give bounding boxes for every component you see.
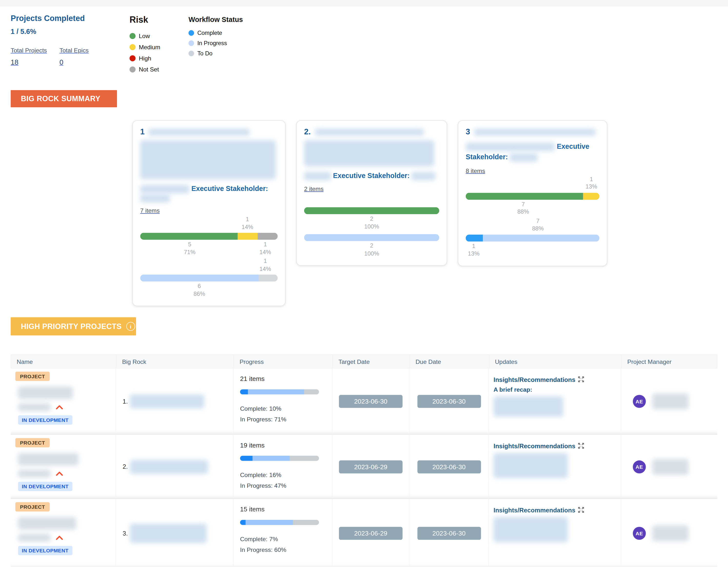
risk-bar-labels-above: 114% xyxy=(140,215,278,231)
risk-bar xyxy=(304,207,439,214)
workflow-bar-labels-below: 2100% xyxy=(304,242,439,258)
avatar: AE xyxy=(633,460,646,473)
workflow-bar xyxy=(304,234,439,241)
workflow-bar xyxy=(140,274,278,282)
complete-percent: Complete: 7% xyxy=(240,536,332,543)
redacted-title xyxy=(315,128,424,136)
redacted-manager-name xyxy=(652,459,689,475)
priority-up-icon xyxy=(56,405,63,410)
table-row: PROJECT IN DEVELOPMENT 3. 15 items Compl… xyxy=(11,499,717,567)
items-link[interactable]: 7 items xyxy=(140,207,160,214)
inprogress-dot-icon xyxy=(188,40,194,46)
due-date[interactable]: 2023-06-30 xyxy=(417,527,481,540)
big-rock-ref-number: 3. xyxy=(123,530,128,537)
project-type-badge: PROJECT xyxy=(15,372,50,381)
risk-bar-labels-below: 571%114% xyxy=(140,241,278,256)
workflow-bar-labels-below: 113% xyxy=(466,242,600,258)
updates-title: Insights/Recommendations xyxy=(494,443,575,450)
status-badge: IN DEVELOPMENT xyxy=(18,546,72,555)
redacted-text xyxy=(304,172,331,180)
workflow-bar-labels-above: 114% xyxy=(140,257,278,273)
info-icon[interactable]: i xyxy=(126,322,135,331)
table-header: Name Big Rock Progress Target Date Due D… xyxy=(11,355,717,369)
complete-dot-icon xyxy=(188,30,194,36)
project-type-badge: PROJECT xyxy=(15,502,50,511)
expand-icon[interactable] xyxy=(577,442,585,450)
target-date[interactable]: 2023-06-29 xyxy=(339,460,403,473)
redacted-big-rock-title xyxy=(130,524,207,543)
big-rock-1-number: 1 xyxy=(140,127,145,136)
redacted-manager-name xyxy=(652,394,689,410)
big-rock-card-1: 1 Executive Stakeholder: 7 items 114% 57… xyxy=(132,120,286,306)
legend-item-complete: Complete xyxy=(188,30,243,36)
total-projects-count[interactable]: 18 xyxy=(11,58,19,66)
risk-legend: Risk Low Medium High Not Set xyxy=(129,15,160,73)
legend-item-high: High xyxy=(129,55,160,62)
target-date[interactable]: 2023-06-29 xyxy=(339,527,403,540)
due-date[interactable]: 2023-06-30 xyxy=(417,395,481,408)
redacted-manager-name xyxy=(652,526,689,541)
items-link[interactable]: 2 items xyxy=(304,185,324,193)
due-date[interactable]: 2023-06-30 xyxy=(417,460,481,473)
total-epics-count[interactable]: 0 xyxy=(59,58,63,66)
redacted-description xyxy=(304,140,434,166)
updates-subtitle: A brief recap: xyxy=(494,386,621,393)
redacted-name xyxy=(412,172,436,180)
expand-icon[interactable] xyxy=(577,375,585,383)
priority-up-icon xyxy=(56,471,63,476)
big-rock-card-2: 2. Executive Stakeholder: 2 items 2100% … xyxy=(296,120,447,266)
legend-item-notset: Not Set xyxy=(129,66,160,73)
risk-bar xyxy=(140,233,278,240)
updates-title: Insights/Recommendations xyxy=(494,507,575,514)
stakeholder-label: Executive Stakeholder: xyxy=(333,171,409,179)
redacted-text xyxy=(466,143,555,151)
workflow-bar-labels-below: 686% xyxy=(140,282,278,298)
redacted-big-rock-title xyxy=(130,460,208,474)
workflow-legend-title: Workflow Status xyxy=(188,15,243,23)
target-date[interactable]: 2023-06-30 xyxy=(339,395,403,408)
in-progress-percent: In Progress: 47% xyxy=(240,482,332,489)
total-projects-stat: Total Projects 18 xyxy=(11,47,47,66)
total-epics-link[interactable]: Total Epics xyxy=(59,47,89,54)
avatar: AE xyxy=(633,527,646,540)
medium-risk-dot-icon xyxy=(129,44,136,50)
redacted-issue-key xyxy=(18,534,50,542)
redacted-issue-key xyxy=(18,470,50,478)
avatar: AE xyxy=(633,395,646,408)
risk-bar-labels-below: 788% xyxy=(466,200,600,216)
low-risk-dot-icon xyxy=(129,33,136,39)
big-rock-card-3: 3 Executive Stakeholder: 8 items 113% 78… xyxy=(458,120,607,266)
expand-icon[interactable] xyxy=(577,506,585,514)
high-priority-projects-table: Name Big Rock Progress Target Date Due D… xyxy=(11,355,717,567)
items-count: 19 items xyxy=(240,441,332,449)
risk-bar xyxy=(466,193,600,200)
workflow-bar-labels-above: 788% xyxy=(466,217,600,233)
high-priority-projects-label: HIGH PRIORITY PROJECTS xyxy=(21,322,122,331)
status-badge: IN DEVELOPMENT xyxy=(18,415,72,425)
status-badge: IN DEVELOPMENT xyxy=(18,482,72,491)
legend-item-low: Low xyxy=(129,32,160,39)
items-link[interactable]: 8 items xyxy=(466,167,485,174)
risk-legend-title: Risk xyxy=(129,15,160,25)
big-rock-cards: 1 Executive Stakeholder: 7 items 114% 57… xyxy=(132,120,607,306)
workflow-status-legend: Workflow Status Complete In Progress To … xyxy=(188,15,243,57)
in-progress-percent: In Progress: 60% xyxy=(240,546,332,553)
items-count: 21 items xyxy=(240,375,332,382)
stakeholder-label: Executive Stakeholder: xyxy=(191,184,268,192)
notset-risk-dot-icon xyxy=(129,66,136,72)
column-header-name: Name xyxy=(11,355,116,368)
column-header-progress: Progress xyxy=(234,355,333,368)
progress-bar xyxy=(240,389,319,394)
column-header-target-date: Target Date xyxy=(333,355,410,368)
total-projects-link[interactable]: Total Projects xyxy=(11,47,47,54)
redacted-big-rock-title xyxy=(130,394,204,408)
redacted-project-name xyxy=(18,387,73,399)
legend-item-medium: Medium xyxy=(129,44,160,51)
column-header-updates: Updates xyxy=(489,355,622,368)
redacted-issue-key xyxy=(18,403,50,411)
redacted-project-name xyxy=(18,453,78,465)
workflow-bar xyxy=(466,234,600,241)
updates-title: Insights/Recommendations xyxy=(494,376,575,383)
big-rock-ref-number: 1. xyxy=(123,398,128,405)
risk-bar-labels-below: 2100% xyxy=(304,215,439,231)
